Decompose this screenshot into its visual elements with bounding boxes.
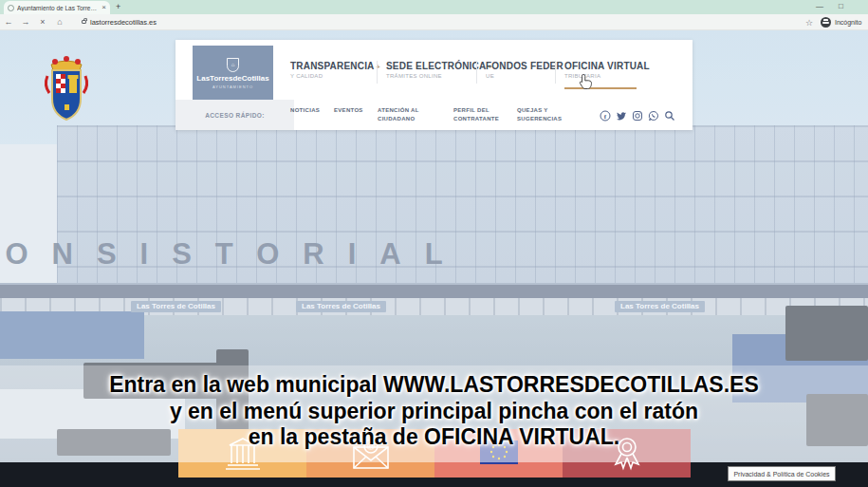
twitter-icon[interactable] bbox=[616, 108, 627, 120]
instagram-icon[interactable] bbox=[632, 108, 643, 120]
logo-subtitle: AYUNTAMIENTO bbox=[212, 84, 253, 89]
caption-line-1: Entra en la web municipal WWW.LASTORRESD… bbox=[0, 372, 868, 399]
site-logo[interactable]: ⌂ LasTorresdeCotillas AYUNTAMIENTO bbox=[193, 46, 273, 101]
building-side bbox=[0, 144, 57, 298]
nav-divider bbox=[555, 61, 556, 84]
lock-icon bbox=[82, 20, 86, 24]
tab-title: Ayuntamiento de Las Torres de C bbox=[17, 5, 99, 11]
quick-nav-eventos[interactable]: EVENTOS bbox=[334, 106, 363, 115]
nav-item-oficina-virtual[interactable]: OFICINA VIRTUAL TRIBUTARIA bbox=[564, 61, 650, 79]
bookmark-star-icon[interactable]: ☆ bbox=[805, 18, 813, 28]
nav-item-fondos-feder[interactable]: FONDOS FEDER UE bbox=[486, 61, 563, 79]
quick-nav-quejas-sugerencias[interactable]: QUEJAS Y SUGERENCIAS bbox=[517, 106, 572, 123]
logo-shield-icon: ⌂ bbox=[227, 58, 239, 72]
municipal-coat-of-arms bbox=[40, 51, 93, 131]
tab-close-icon[interactable]: × bbox=[102, 4, 106, 11]
incognito-icon bbox=[821, 17, 831, 28]
stop-button[interactable]: × bbox=[34, 17, 51, 27]
svg-text:f: f bbox=[604, 113, 607, 121]
cookies-policy-button[interactable]: Privacidad & Política de Cookies bbox=[728, 466, 836, 481]
browser-tab[interactable]: Ayuntamiento de Las Torres de C × bbox=[4, 1, 110, 14]
tab-favicon-icon bbox=[8, 5, 14, 11]
nav-divider bbox=[476, 61, 477, 84]
railing-banner: Las Torres de Cotillas bbox=[615, 301, 705, 312]
building-sign-text: CONSISTORIAL bbox=[0, 237, 467, 272]
new-tab-button[interactable]: + bbox=[116, 2, 120, 11]
address-bar[interactable]: lastorresdecotillas.es bbox=[90, 18, 157, 27]
window-maximize-button[interactable]: □ bbox=[839, 2, 843, 10]
quick-nav-atencion-ciudadano[interactable]: ATENCIÓN AL CIUDADANO bbox=[378, 106, 436, 123]
caption-line-2: y en el menú superior principal pincha c… bbox=[0, 399, 868, 425]
nav-item-transparencia[interactable]: TRANSPARENCIA+ Y CALIDAD bbox=[290, 61, 380, 79]
quick-nav-perfil-contratante[interactable]: PERFIL DEL CONTRATANTE bbox=[453, 106, 508, 123]
window-minimize-button[interactable]: — bbox=[816, 2, 823, 10]
railing-banner: Las Torres de Cotillas bbox=[296, 301, 386, 312]
forward-button[interactable]: → bbox=[17, 17, 34, 27]
railing-banner: Las Torres de Cotillas bbox=[131, 301, 221, 312]
quick-nav-noticias[interactable]: NOTICIAS bbox=[290, 106, 320, 115]
browser-tab-strip: Ayuntamiento de Las Torres de C × + — □ bbox=[0, 0, 868, 14]
incognito-label: Incógnito bbox=[835, 19, 861, 26]
back-button[interactable]: ← bbox=[0, 17, 17, 27]
plaza-blue-ramp-left bbox=[0, 311, 144, 359]
whatsapp-icon[interactable] bbox=[648, 108, 659, 120]
nav-divider bbox=[377, 61, 378, 84]
screenshot-root: CONSISTORIAL Las Torres de Cotillas Las … bbox=[0, 0, 868, 487]
quick-access-label: ACCESO RÁPIDO: bbox=[175, 100, 294, 130]
browser-toolbar: ← → × ⌂ lastorresdecotillas.es bbox=[0, 14, 868, 30]
facebook-icon[interactable]: f bbox=[600, 108, 611, 120]
plaza-bench bbox=[785, 306, 868, 361]
caption-line-3: en la pestaña de OFICINA VIRTUAL. bbox=[0, 424, 868, 451]
building-canopy bbox=[0, 283, 868, 298]
home-button[interactable]: ⌂ bbox=[51, 17, 68, 27]
town-hall-building bbox=[57, 125, 868, 298]
logo-title: LasTorresdeCotillas bbox=[196, 74, 268, 83]
instruction-caption: Entra en la web municipal WWW.LASTORRESD… bbox=[0, 372, 868, 451]
search-icon[interactable] bbox=[664, 108, 675, 120]
mouse-hand-cursor bbox=[579, 73, 594, 94]
active-nav-underline bbox=[564, 87, 637, 89]
